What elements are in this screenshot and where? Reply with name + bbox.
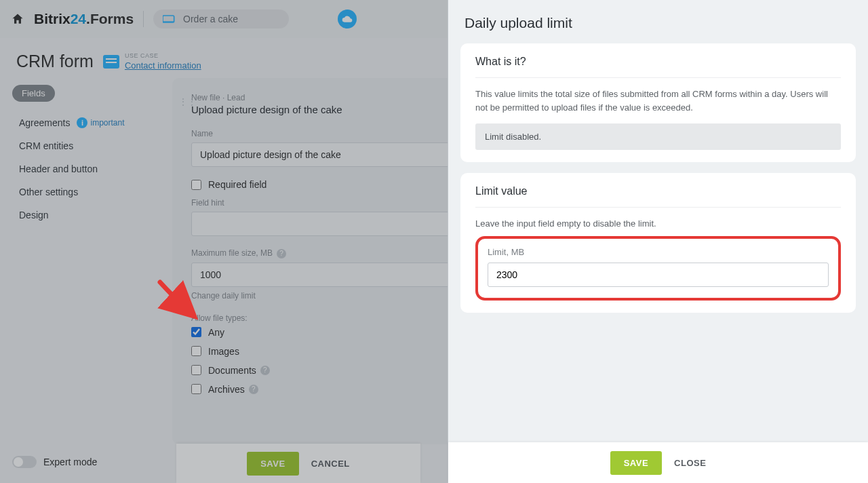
cancel-button[interactable]: CANCEL <box>311 459 350 469</box>
type-archives-checkbox[interactable] <box>191 384 201 394</box>
search-text: Order a cake <box>183 14 238 24</box>
limit-label: Limit, MB <box>488 247 829 257</box>
help-icon[interactable]: ? <box>249 385 258 394</box>
form-icon <box>103 55 119 69</box>
page-title: CRM form <box>16 52 94 71</box>
cloud-icon <box>342 14 353 24</box>
type-images-checkbox[interactable] <box>191 346 201 356</box>
sidebar-item-crm[interactable]: CRM entities <box>9 134 167 157</box>
panel-title: Daily upload limit <box>448 0 868 43</box>
usecase-link[interactable]: Contact information <box>125 60 201 71</box>
limit-help: Leave the input field empty to disable t… <box>475 217 841 231</box>
limit-highlight: Limit, MB <box>475 236 841 301</box>
sidebar-item-agreements[interactable]: Agreements i important <box>9 111 167 134</box>
drag-handle-icon[interactable]: ⋮⋮ <box>179 97 197 107</box>
sidebar-item-design[interactable]: Design <box>9 204 167 227</box>
daily-limit-panel: Daily upload limit What is it? This valu… <box>448 0 868 483</box>
help-icon[interactable]: ? <box>260 366 270 375</box>
whatis-body: This value limits the total size of file… <box>475 88 841 114</box>
info-icon: i <box>77 117 87 128</box>
type-any-checkbox[interactable] <box>191 327 201 337</box>
sidebar-item-other[interactable]: Other settings <box>9 180 167 204</box>
form-glyph-icon <box>163 14 176 24</box>
required-label: Required field <box>208 179 267 190</box>
help-icon[interactable]: ? <box>277 249 286 258</box>
home-icon[interactable] <box>11 12 24 26</box>
whatis-heading: What is it? <box>475 56 841 78</box>
brand-logo: Bitrix24.Forms <box>34 11 134 27</box>
limit-heading: Limit value <box>475 185 841 208</box>
sidebar-item-header[interactable]: Header and button <box>9 157 167 180</box>
type-documents-checkbox[interactable] <box>191 365 201 375</box>
sidebar-tab-fields[interactable]: Fields <box>12 85 55 102</box>
expert-label: Expert mode <box>43 457 97 467</box>
divider <box>143 11 144 27</box>
expert-toggle[interactable] <box>12 456 37 468</box>
cloud-button[interactable] <box>338 9 357 28</box>
change-limit-link[interactable]: Change daily limit <box>191 291 256 301</box>
search-pill[interactable]: Order a cake <box>153 9 289 28</box>
limit-status: Limit disabled. <box>475 123 841 150</box>
save-button[interactable]: SAVE <box>247 452 298 476</box>
panel-close-button[interactable]: CLOSE <box>674 458 706 468</box>
required-checkbox[interactable] <box>191 180 201 190</box>
limit-input[interactable] <box>488 263 829 287</box>
panel-save-button[interactable]: SAVE <box>610 451 662 475</box>
usecase-label: USE CASE <box>125 52 201 59</box>
